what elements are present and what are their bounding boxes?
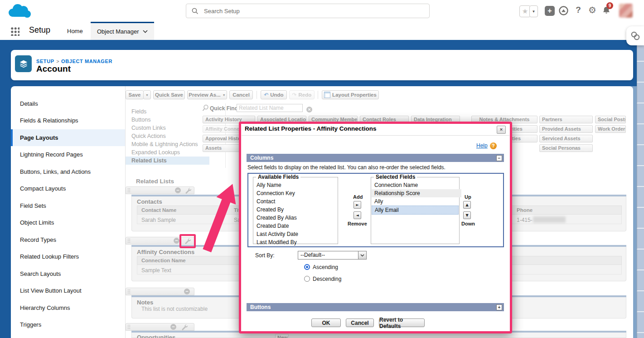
buttons-section-header[interactable]: Buttons — [247, 303, 504, 311]
close-icon[interactable]: × — [497, 126, 506, 134]
selected-field-option-highlighted[interactable]: Ally Email — [372, 206, 459, 215]
breadcrumb-separator: > — [56, 59, 59, 64]
left-arrow-icon: ◄ — [356, 213, 358, 217]
selected-field-option[interactable]: Connection Name — [372, 181, 461, 189]
up-label: Up — [465, 194, 471, 200]
move-up-button[interactable]: ▲ — [463, 201, 471, 209]
dialog-title-divider — [242, 135, 509, 136]
help-link[interactable]: Help — [476, 142, 488, 149]
favorites-dropdown-button[interactable]: ▼ — [529, 5, 538, 17]
right-arrow-icon: ► — [356, 203, 358, 207]
app-name: Setup — [29, 25, 50, 35]
columns-section-header[interactable]: Columns — [247, 154, 504, 162]
sort-by-label: Sort By: — [255, 252, 275, 259]
sidebar-item-field-sets[interactable]: Field Sets — [11, 197, 125, 214]
object-icon — [15, 55, 32, 72]
breadcrumb-setup-link[interactable]: SETUP — [36, 59, 54, 64]
down-arrow-icon: ▼ — [465, 213, 468, 217]
sidebar-item-lightning-record-pages[interactable]: Lightning Record Pages — [11, 146, 125, 163]
sidebar-item-details[interactable]: Details — [11, 95, 125, 112]
salesforce-logo-icon[interactable] — [6, 3, 33, 20]
chevron-down-icon — [360, 254, 364, 257]
sidebar-item-buttons-links-actions[interactable]: Buttons, Links, and Actions — [11, 163, 125, 180]
ascending-label: Ascending — [313, 264, 338, 270]
ok-button[interactable]: OK — [311, 318, 341, 327]
sidebar-item-list-view-button-layout[interactable]: List View Button Layout — [11, 282, 125, 299]
available-field-option[interactable]: Last Modified By — [254, 238, 297, 246]
tab-object-manager[interactable]: Object Manager — [91, 22, 154, 40]
trailhead-button[interactable] — [558, 5, 569, 16]
cancel-button[interactable]: Cancel — [346, 318, 374, 327]
available-fields-label: Available Fields — [256, 174, 300, 180]
annotation-highlight-box — [179, 234, 196, 248]
salesforce-setup-page: ★ ▼ + ? ⚙ 9 Setup Home Object Manager SE… — [0, 0, 644, 338]
selected-fields-label: Selected Fields — [374, 174, 417, 180]
selected-field-option[interactable]: Relationship Score — [372, 189, 461, 197]
remove-label: Remove — [348, 221, 367, 226]
quick-create-button[interactable]: + — [545, 6, 555, 16]
page-title: Account — [36, 64, 71, 74]
chevron-down-icon — [143, 30, 148, 33]
expand-section-icon[interactable]: + — [496, 304, 502, 310]
available-field-option[interactable]: Created Date — [254, 222, 289, 230]
sidebar-item-page-layouts[interactable]: Page Layouts — [11, 129, 125, 146]
remove-field-button[interactable]: ◄ — [353, 211, 361, 219]
knot-icon — [630, 30, 641, 41]
sidebar-item-hierarchy-columns[interactable]: Hierarchy Columns — [11, 299, 125, 316]
descending-radio[interactable] — [304, 276, 310, 282]
ascending-radio[interactable] — [304, 264, 310, 270]
help-button[interactable]: ? — [574, 5, 583, 15]
available-field-option[interactable]: Last Activity Date — [254, 230, 298, 238]
sidebar-item-record-types[interactable]: Record Types — [11, 231, 125, 248]
available-field-option[interactable]: Connection Key — [254, 189, 295, 197]
plus-icon: + — [547, 7, 552, 15]
selected-field-option[interactable]: Ally — [372, 197, 461, 206]
sidebar-item-object-limits[interactable]: Object Limits — [11, 214, 125, 231]
sidebar-item-compact-layouts[interactable]: Compact Layouts — [11, 180, 125, 197]
available-field-option[interactable]: Created By Alias — [254, 214, 297, 222]
sort-by-select[interactable]: --Default-- — [298, 251, 358, 260]
layers-icon — [19, 59, 29, 69]
search-icon — [192, 8, 199, 15]
add-label: Add — [353, 194, 363, 200]
avatar[interactable] — [619, 4, 633, 18]
notification-badge: 9 — [606, 2, 613, 9]
global-search[interactable] — [186, 4, 430, 18]
sidebar-item-fields-relationships[interactable]: Fields & Relationships — [11, 112, 125, 129]
up-arrow-icon: ▲ — [465, 203, 468, 207]
search-input[interactable] — [203, 7, 413, 15]
available-field-option[interactable]: Contact — [254, 197, 275, 206]
add-field-button[interactable]: ► — [353, 201, 361, 209]
right-edge-sliver — [637, 40, 644, 338]
guidance-panel-button[interactable] — [626, 26, 644, 45]
help-question-icon[interactable]: ? — [490, 142, 497, 149]
object-header-card: SETUP > OBJECT MANAGER Account — [11, 50, 633, 80]
sidebar-item-search-layouts[interactable]: Search Layouts — [11, 265, 125, 282]
revert-to-defaults-button[interactable]: Revert to Defaults — [379, 318, 425, 327]
descending-label: Descending — [313, 276, 341, 282]
sidebar-item-related-lookup-filters[interactable]: Related Lookup Filters — [11, 248, 125, 265]
star-icon: ★ — [522, 6, 528, 17]
sort-by-dropdown-button[interactable] — [358, 251, 367, 260]
caret-down-icon: ▼ — [532, 10, 536, 14]
sidebar-item-triggers[interactable]: Triggers — [11, 316, 125, 333]
setup-nav-bar: Setup Home Object Manager — [0, 22, 644, 40]
tab-home[interactable]: Home — [67, 22, 83, 40]
collapse-section-icon[interactable]: − — [496, 155, 502, 161]
dialog-title: Related List Properties - Affinity Conne… — [245, 125, 377, 132]
available-field-option[interactable]: Created By — [254, 206, 284, 214]
columns-description: Select fields to display on the related … — [247, 164, 445, 171]
breadcrumb-object-manager-link[interactable]: OBJECT MANAGER — [61, 59, 112, 64]
global-header: ★ ▼ + ? ⚙ 9 — [0, 0, 644, 22]
down-label: Down — [461, 221, 475, 226]
app-launcher-icon[interactable] — [10, 26, 19, 36]
setup-gear-button[interactable]: ⚙ — [587, 5, 597, 15]
move-down-button[interactable]: ▼ — [463, 211, 471, 219]
available-field-option[interactable]: Ally Name — [254, 181, 281, 189]
